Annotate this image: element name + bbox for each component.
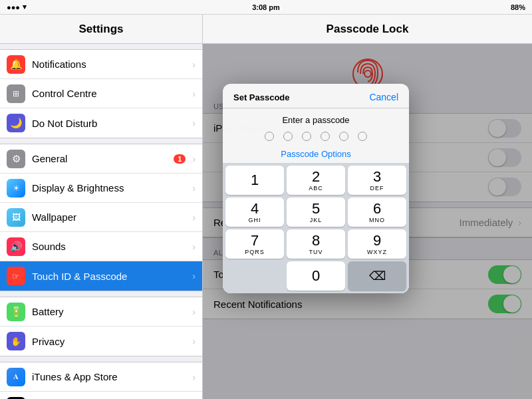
chevron-icon: › — [192, 307, 196, 317]
notifications-icon: 🔔 — [7, 55, 25, 74]
general-icon: ⚙ — [7, 150, 25, 168]
wallpaper-icon: 🖼 — [7, 208, 25, 227]
sidebar-item-notifications[interactable]: 🔔 Notifications › — [0, 50, 202, 79]
chevron-icon: › — [192, 183, 196, 194]
main-layout: 🔔 Notifications › ⊞ Control Centre › 🌙 D… — [0, 44, 532, 399]
key-0[interactable]: 0 — [287, 261, 345, 291]
sidebar-item-control-centre[interactable]: ⊞ Control Centre › — [0, 79, 202, 108]
battery-label: 88% — [511, 3, 525, 11]
sidebar-item-do-not-disturb[interactable]: 🌙 Do Not Disturb › — [0, 108, 202, 138]
nav-settings-title: Settings — [0, 15, 203, 43]
chevron-icon: › — [192, 118, 196, 128]
status-bar: ●●● ▾ 3:08 pm 88% — [0, 0, 532, 15]
sounds-label: Sounds — [32, 241, 190, 252]
battery-label: Battery — [32, 306, 190, 317]
key-2[interactable]: 2 ABC — [287, 166, 345, 195]
key-7-alpha: PQRS — [245, 249, 265, 255]
nav-passcode-title: Passcode Lock — [203, 23, 532, 36]
key-3-alpha: DEF — [370, 185, 384, 192]
sidebar-item-general[interactable]: ⚙ General 1 › — [0, 144, 202, 174]
do-not-disturb-label: Do Not Disturb — [32, 118, 190, 129]
passcode-dialog: Set Passcode Cancel Enter a passcode Pas… — [223, 84, 409, 293]
battery-icon: 🔋 — [7, 303, 25, 321]
dialog-cancel-button[interactable]: Cancel — [369, 92, 398, 102]
key-7-num: 7 — [251, 233, 259, 248]
privacy-icon: ✋ — [7, 332, 25, 350]
sidebar-item-privacy[interactable]: ✋ Privacy › — [0, 327, 202, 356]
chevron-icon: › — [192, 271, 196, 281]
itunes-label: iTunes & App Store — [32, 371, 190, 382]
status-left: ●●● ▾ — [7, 3, 27, 11]
passcode-options-link[interactable]: Passcode Options — [223, 146, 409, 163]
sidebar-group-3: 🔋 Battery › ✋ Privacy › — [0, 297, 202, 356]
chevron-icon: › — [192, 59, 196, 70]
key-2-alpha: ABC — [309, 185, 323, 192]
display-icon: ☀ — [7, 179, 25, 198]
content-area: USE TOUCH ID FOR: iPad Unlock — [203, 44, 532, 399]
sidebar-item-wallpaper[interactable]: 🖼 Wallpaper › — [0, 203, 202, 232]
key-8-alpha: TUV — [309, 249, 323, 255]
key-5[interactable]: 5 JKL — [287, 198, 345, 227]
notifications-label: Notifications — [32, 59, 190, 70]
touch-id-label: Touch ID & Passcode — [32, 271, 190, 282]
chevron-icon: › — [192, 88, 196, 99]
numpad-row-3: 7 PQRS 8 TUV 9 WXYZ — [225, 229, 406, 259]
delete-icon: ⌫ — [369, 269, 386, 283]
key-3[interactable]: 3 DEF — [348, 166, 406, 195]
key-4[interactable]: 4 GHI — [225, 198, 284, 227]
privacy-label: Privacy — [32, 336, 190, 347]
sidebar-item-touch-id[interactable]: ☞ Touch ID & Passcode › — [0, 261, 202, 291]
key-5-alpha: JKL — [310, 217, 323, 223]
sidebar-group-1: 🔔 Notifications › ⊞ Control Centre › 🌙 D… — [0, 49, 202, 138]
dot-3 — [302, 132, 311, 141]
dialog-prompt: Enter a passcode — [223, 108, 409, 129]
numpad-row-2: 4 GHI 5 JKL 6 MNO — [225, 198, 406, 227]
chevron-icon: › — [192, 154, 196, 164]
key-1-num: 1 — [251, 173, 259, 188]
key-9-alpha: WXYZ — [367, 249, 387, 255]
key-0-num: 0 — [312, 269, 320, 283]
key-6[interactable]: 6 MNO — [348, 198, 406, 227]
dialog-title-bar: Set Passcode Cancel — [223, 84, 409, 108]
key-9[interactable]: 9 WXYZ — [348, 229, 406, 259]
sidebar-item-display-brightness[interactable]: ☀ Display & Brightness › — [0, 174, 202, 203]
chevron-icon: › — [192, 212, 196, 223]
key-9-num: 9 — [373, 233, 381, 248]
wifi-icon: ▾ — [23, 3, 27, 11]
key-delete[interactable]: ⌫ — [348, 261, 406, 291]
key-3-num: 3 — [373, 170, 381, 184]
key-4-alpha: GHI — [248, 217, 261, 223]
dot-2 — [283, 132, 293, 141]
sidebar-item-itunes[interactable]: 𝐀 iTunes & App Store › — [0, 362, 202, 392]
sidebar-group-4: 𝐀 iTunes & App Store › ◼ Wallet & Apple … — [0, 362, 202, 399]
key-8-num: 8 — [312, 233, 320, 248]
key-1[interactable]: 1 — [225, 166, 284, 195]
numpad-row-4: 0 ⌫ — [225, 261, 406, 291]
display-label: Display & Brightness — [32, 182, 190, 194]
chevron-icon: › — [192, 372, 196, 382]
key-7[interactable]: 7 PQRS — [225, 229, 284, 259]
sidebar-group-2: ⚙ General 1 › ☀ Display & Brightness › 🖼… — [0, 144, 202, 291]
key-6-alpha: MNO — [369, 217, 385, 223]
status-right: 88% — [511, 3, 525, 11]
key-empty — [225, 261, 284, 291]
sidebar-item-battery[interactable]: 🔋 Battery › — [0, 297, 202, 327]
dialog-overlay: Set Passcode Cancel Enter a passcode Pas… — [203, 44, 532, 399]
key-5-num: 5 — [312, 201, 320, 216]
wallpaper-label: Wallpaper — [32, 211, 190, 223]
numpad: 1 2 ABC 3 DEF — [223, 163, 409, 293]
nav-bar: Settings Passcode Lock — [0, 15, 532, 44]
touch-id-icon: ☞ — [7, 267, 25, 285]
sidebar-item-sounds[interactable]: 🔊 Sounds › — [0, 232, 202, 261]
key-8[interactable]: 8 TUV — [287, 229, 345, 259]
general-badge: 1 — [174, 154, 186, 164]
dot-4 — [321, 132, 330, 141]
passcode-dots — [223, 129, 409, 146]
dialog-title: Set Passcode — [233, 92, 290, 102]
dot-1 — [265, 132, 274, 141]
sidebar: 🔔 Notifications › ⊞ Control Centre › 🌙 D… — [0, 44, 203, 399]
sidebar-item-wallet[interactable]: ◼ Wallet & Apple Pay › — [0, 392, 202, 399]
numpad-row-1: 1 2 ABC 3 DEF — [225, 166, 406, 195]
chevron-icon: › — [192, 336, 196, 346]
dot-5 — [339, 132, 348, 141]
